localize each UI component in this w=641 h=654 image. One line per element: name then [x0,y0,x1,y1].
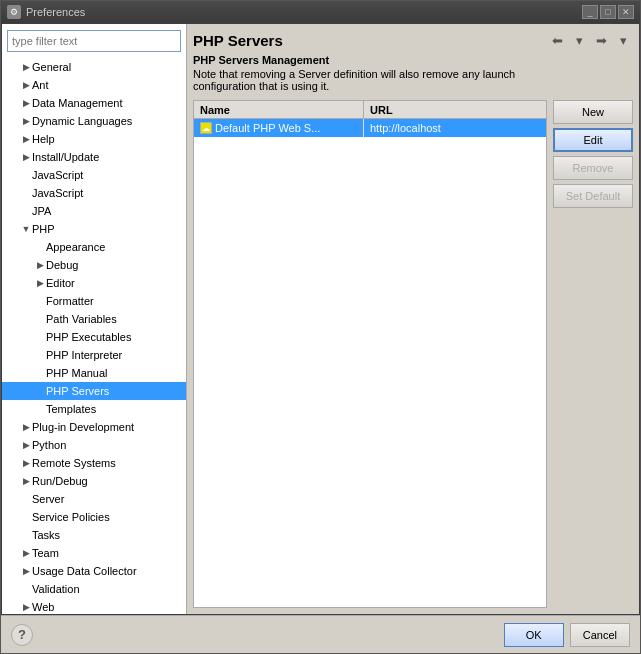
tree-item-dynamic-languages[interactable]: ▶Dynamic Languages [2,112,186,130]
tree-arrow-icon [20,583,32,595]
main-content: ▶General▶Ant▶Data Management▶Dynamic Lan… [2,24,639,614]
tree-item-help[interactable]: ▶Help [2,130,186,148]
tree-arrow-icon [20,169,32,181]
tree-arrow-icon [34,295,46,307]
tree-item-formatter[interactable]: Formatter [2,292,186,310]
tree-item-web[interactable]: ▶Web [2,598,186,614]
set-default-button[interactable]: Set Default [553,184,633,208]
window-icon: ⚙ [7,5,21,19]
back-dropdown-button[interactable]: ▾ [569,30,589,50]
tree-item-label: Plug-in Development [32,421,134,433]
tree-item-label: Dynamic Languages [32,115,132,127]
tree-item-label: Data Management [32,97,123,109]
forward-dropdown-button[interactable]: ▾ [613,30,633,50]
tree-item-python[interactable]: ▶Python [2,436,186,454]
tree-item-label: Remote Systems [32,457,116,469]
edit-button[interactable]: Edit [553,128,633,152]
tree-arrow-icon [34,349,46,361]
tree-item-appearance[interactable]: Appearance [2,238,186,256]
tree-item-path-variables[interactable]: Path Variables [2,310,186,328]
forward-button[interactable]: ➡ [591,30,611,50]
tree-item-label: Path Variables [46,313,117,325]
tree-item-label: Formatter [46,295,94,307]
minimize-button[interactable]: _ [582,5,598,19]
tree-item-service-policies[interactable]: Service Policies [2,508,186,526]
tree-item-javascript2[interactable]: JavaScript [2,184,186,202]
filter-input[interactable] [7,30,181,52]
panel-header: PHP Servers ⬅ ▾ ➡ ▾ [193,30,633,50]
table-header: Name URL [194,101,546,119]
servers-area: Name URL ☁Default PHP Web S...http://loc… [193,100,633,608]
servers-table: Name URL ☁Default PHP Web S...http://loc… [193,100,547,608]
tree-arrow-icon: ▶ [20,475,32,487]
cell-name: ☁Default PHP Web S... [194,119,364,137]
tree-item-label: PHP Executables [46,331,131,343]
tree-arrow-icon [34,313,46,325]
tree-item-templates[interactable]: Templates [2,400,186,418]
tree-arrow-icon: ▶ [20,61,32,73]
tree-arrow-icon [20,493,32,505]
tree-arrow-icon: ▶ [20,439,32,451]
tree-arrow-icon [34,241,46,253]
tree-item-php-executables[interactable]: PHP Executables [2,328,186,346]
cell-url: http://localhost [364,119,546,137]
tree-arrow-icon [34,403,46,415]
window-controls: _ □ ✕ [582,5,634,19]
ok-button[interactable]: OK [504,623,564,647]
tree-item-team[interactable]: ▶Team [2,544,186,562]
tree-item-label: PHP Servers [46,385,109,397]
cancel-button[interactable]: Cancel [570,623,630,647]
tree-item-install-update[interactable]: ▶Install/Update [2,148,186,166]
title-bar: ⚙ Preferences _ □ ✕ [1,1,640,23]
tree-item-editor[interactable]: ▶Editor [2,274,186,292]
remove-button[interactable]: Remove [553,156,633,180]
tree-item-label: Appearance [46,241,105,253]
bottom-bar: ? OK Cancel [1,615,640,653]
tree-item-validation[interactable]: Validation [2,580,186,598]
tree-arrow-icon: ▼ [20,223,32,235]
tree-item-remote-systems[interactable]: ▶Remote Systems [2,454,186,472]
tree-arrow-icon: ▶ [20,547,32,559]
bottom-right-buttons: OK Cancel [504,623,630,647]
tree-item-usage-data-collector[interactable]: ▶Usage Data Collector [2,562,186,580]
table-row[interactable]: ☁Default PHP Web S...http://localhost [194,119,546,137]
tree-item-php-manual[interactable]: PHP Manual [2,364,186,382]
tree-item-label: JavaScript [32,187,83,199]
tree-arrow-icon [20,187,32,199]
tree-item-label: Run/Debug [32,475,88,487]
window-title: Preferences [26,6,582,18]
tree-arrow-icon [34,331,46,343]
tree-arrow-icon [20,529,32,541]
tree-arrow-icon: ▶ [20,97,32,109]
tree-arrow-icon: ▶ [20,151,32,163]
tree-arrow-icon: ▶ [20,79,32,91]
help-button[interactable]: ? [11,624,33,646]
server-icon: ☁ [200,122,212,134]
tree-item-general[interactable]: ▶General [2,58,186,76]
tree-item-php[interactable]: ▼PHP [2,220,186,238]
tree-arrow-icon: ▶ [34,259,46,271]
tree-item-javascript1[interactable]: JavaScript [2,166,186,184]
back-button[interactable]: ⬅ [547,30,567,50]
tree-item-label: General [32,61,71,73]
tree-item-server[interactable]: Server [2,490,186,508]
new-button[interactable]: New [553,100,633,124]
tree-item-label: JavaScript [32,169,83,181]
tree-item-ant[interactable]: ▶Ant [2,76,186,94]
right-panel: PHP Servers ⬅ ▾ ➡ ▾ PHP Servers Manageme… [187,24,639,614]
tree-item-label: JPA [32,205,51,217]
left-panel: ▶General▶Ant▶Data Management▶Dynamic Lan… [2,24,187,614]
tree-item-php-servers[interactable]: PHP Servers [2,382,186,400]
tree-item-run-debug[interactable]: ▶Run/Debug [2,472,186,490]
tree-item-plugin-dev[interactable]: ▶Plug-in Development [2,418,186,436]
tree-item-label: Debug [46,259,78,271]
tree-item-tasks[interactable]: Tasks [2,526,186,544]
tree-item-jpa[interactable]: JPA [2,202,186,220]
close-button[interactable]: ✕ [618,5,634,19]
maximize-button[interactable]: □ [600,5,616,19]
tree-item-debug[interactable]: ▶Debug [2,256,186,274]
tree-arrow-icon [20,511,32,523]
tree-item-php-interpreter[interactable]: PHP Interpreter [2,346,186,364]
tree-item-data-management[interactable]: ▶Data Management [2,94,186,112]
tree-arrow-icon: ▶ [20,115,32,127]
